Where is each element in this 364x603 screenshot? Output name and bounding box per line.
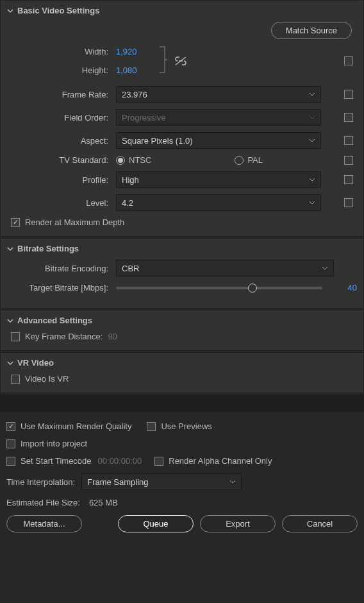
slider-thumb[interactable] — [248, 284, 257, 293]
vr-video-panel: VR Video Video Is VR — [0, 352, 364, 393]
advanced-header[interactable]: Advanced Settings — [7, 316, 357, 325]
target-bitrate-slider[interactable] — [116, 287, 322, 289]
set-start-timecode-label: Set Start Timecode — [21, 456, 92, 466]
tv-standard-match-checkbox[interactable] — [344, 156, 353, 165]
link-bracket-icon — [158, 46, 167, 76]
target-bitrate-label: Target Bitrate [Mbps]: — [7, 283, 116, 293]
bitrate-settings-panel: Bitrate Settings Bitrate Encoding: CBR T… — [0, 238, 364, 309]
basic-video-settings-panel: Basic Video Settings Match Source Width:… — [0, 0, 364, 237]
advanced-title: Advanced Settings — [17, 316, 92, 325]
chevron-down-icon — [322, 265, 328, 271]
basic-video-title: Basic Video Settings — [17, 6, 99, 15]
bitrate-encoding-select[interactable]: CBR — [116, 260, 334, 276]
width-label: Width: — [85, 47, 108, 56]
height-label: Height: — [82, 65, 108, 75]
bitrate-title: Bitrate Settings — [17, 244, 79, 253]
chevron-down-icon — [7, 360, 13, 366]
chevron-down-icon — [309, 91, 315, 98]
key-frame-distance-label: Key Frame Distance: — [25, 332, 103, 341]
bitrate-header[interactable]: Bitrate Settings — [7, 244, 357, 253]
key-frame-distance-value: 90 — [108, 332, 117, 341]
use-max-render-label: Use Maximum Render Quality — [21, 421, 131, 431]
field-order-match-checkbox[interactable] — [344, 113, 353, 122]
chevron-down-icon — [309, 200, 315, 206]
field-order-select: Progressive — [116, 109, 321, 126]
chevron-down-icon — [7, 8, 13, 14]
video-is-vr-checkbox[interactable] — [11, 375, 20, 384]
height-value[interactable]: 1,080 — [116, 65, 137, 75]
advanced-settings-panel: Advanced Settings Key Frame Distance: 90 — [0, 310, 364, 351]
import-into-project-label: Import into project — [21, 439, 87, 448]
pal-radio[interactable]: PAL — [235, 155, 263, 165]
estimated-file-size-label: Estimated File Size: — [6, 498, 80, 507]
time-interpolation-select[interactable]: Frame Sampling — [81, 473, 242, 490]
radio-icon — [116, 156, 125, 165]
use-previews-checkbox[interactable] — [147, 422, 156, 431]
chevron-down-icon — [229, 479, 236, 485]
chevron-down-icon — [309, 114, 315, 121]
render-alpha-checkbox[interactable] — [154, 457, 163, 466]
dimensions-match-checkbox[interactable] — [344, 56, 353, 65]
set-start-timecode-checkbox[interactable] — [6, 457, 15, 466]
aspect-match-checkbox[interactable] — [344, 136, 353, 145]
match-source-button[interactable]: Match Source — [271, 22, 352, 39]
target-bitrate-value[interactable]: 40 — [331, 283, 357, 293]
vr-title: VR Video — [17, 358, 54, 368]
render-alpha-label: Render Alpha Channel Only — [169, 456, 272, 466]
queue-button[interactable]: Queue — [118, 515, 194, 532]
start-timecode-value: 00:00:00:00 — [98, 456, 142, 466]
render-max-depth-checkbox[interactable] — [11, 218, 20, 227]
export-button[interactable]: Export — [200, 515, 276, 532]
frame-rate-match-checkbox[interactable] — [344, 90, 353, 99]
aspect-select[interactable]: Square Pixels (1.0) — [116, 132, 321, 149]
bitrate-encoding-label: Bitrate Encoding: — [7, 264, 116, 273]
radio-icon — [235, 156, 244, 165]
profile-match-checkbox[interactable] — [344, 175, 353, 184]
time-interpolation-label: Time Interpolation: — [6, 477, 75, 487]
vr-header[interactable]: VR Video — [7, 358, 357, 368]
basic-video-header[interactable]: Basic Video Settings — [7, 6, 357, 15]
import-into-project-checkbox[interactable] — [6, 439, 15, 448]
level-select[interactable]: 4.2 — [116, 194, 321, 211]
level-label: Level: — [7, 198, 116, 208]
profile-select[interactable]: High — [116, 171, 321, 188]
frame-rate-select[interactable]: 23.976 — [116, 86, 321, 103]
cancel-button[interactable]: Cancel — [282, 515, 358, 532]
chevron-down-icon — [309, 176, 315, 183]
chevron-down-icon — [7, 318, 13, 324]
link-dimensions-icon[interactable] — [172, 54, 189, 68]
chevron-down-icon — [309, 137, 315, 144]
estimated-file-size-value: 625 MB — [89, 498, 118, 507]
video-is-vr-label: Video Is VR — [25, 374, 69, 384]
aspect-label: Aspect: — [7, 136, 116, 146]
frame-rate-label: Frame Rate: — [7, 90, 116, 99]
render-max-depth-label: Render at Maximum Depth — [25, 217, 124, 227]
tv-standard-label: TV Standard: — [7, 155, 116, 165]
level-match-checkbox[interactable] — [344, 198, 353, 207]
chevron-down-icon — [7, 246, 13, 252]
use-previews-label: Use Previews — [161, 421, 211, 431]
width-value[interactable]: 1,920 — [116, 47, 137, 56]
ntsc-radio[interactable]: NTSC — [116, 155, 151, 165]
metadata-button[interactable]: Metadata... — [6, 515, 82, 532]
footer-panel: Use Maximum Render Quality Use Previews … — [0, 412, 364, 541]
use-max-render-checkbox[interactable] — [6, 422, 15, 431]
key-frame-distance-checkbox[interactable] — [11, 332, 20, 341]
profile-label: Profile: — [7, 175, 116, 185]
field-order-label: Field Order: — [7, 113, 116, 123]
